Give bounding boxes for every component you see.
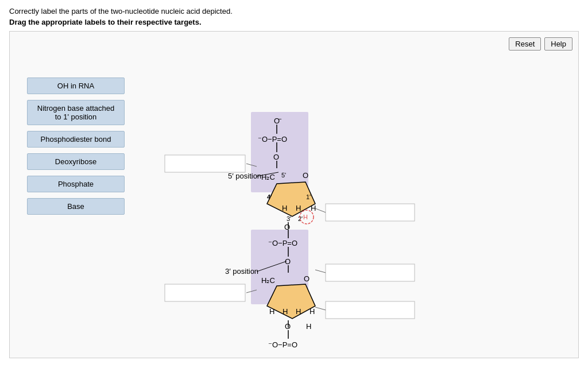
svg-text:O: O xyxy=(303,171,308,180)
svg-text:H: H xyxy=(283,307,288,316)
svg-line-53 xyxy=(315,307,326,310)
svg-rect-45 xyxy=(165,155,245,172)
svg-text:O: O xyxy=(285,322,291,331)
svg-text:H: H xyxy=(306,322,311,331)
label-phosphate[interactable]: Phosphate xyxy=(27,176,125,192)
svg-text:⁻O−P=O: ⁻O−P=O xyxy=(268,239,297,247)
top-buttons: Reset Help xyxy=(509,37,572,51)
instruction-line2: Drag the appropriate labels to their res… xyxy=(9,18,579,26)
svg-text:O: O xyxy=(273,153,279,161)
svg-text:3': 3' xyxy=(287,215,291,222)
svg-text:H: H xyxy=(296,204,301,212)
svg-text:−: − xyxy=(278,116,282,122)
svg-line-52 xyxy=(315,270,326,273)
reset-button[interactable]: Reset xyxy=(509,37,541,51)
svg-text:H: H xyxy=(296,307,301,316)
svg-text:5′ position: 5′ position xyxy=(228,172,261,180)
labels-panel: OH in RNA Nitrogen base attached to 1' p… xyxy=(27,78,125,215)
svg-text:H: H xyxy=(303,214,308,220)
help-button[interactable]: Help xyxy=(544,37,572,51)
label-oh-rna[interactable]: OH in RNA xyxy=(27,78,125,94)
svg-text:3′ position: 3′ position xyxy=(225,267,258,276)
label-base[interactable]: Base xyxy=(27,198,125,215)
activity-box: Reset Help OH in RNA Nitrogen base attac… xyxy=(9,31,579,358)
instructions: Correctly label the parts of the two-nuc… xyxy=(9,7,579,26)
instruction-line1: Correctly label the parts of the two-nuc… xyxy=(9,7,579,16)
svg-line-51 xyxy=(315,208,326,212)
label-phosphodiester[interactable]: Phosphodiester bond xyxy=(27,131,125,148)
svg-rect-47 xyxy=(326,264,415,281)
svg-text:H: H xyxy=(269,307,274,316)
svg-text:H₂C: H₂C xyxy=(261,276,275,285)
svg-text:5': 5' xyxy=(281,172,286,179)
svg-text:⁻O−P=O: ⁻O−P=O xyxy=(268,340,297,349)
diagram-area: O − ⁻O−P=O O 5′ position H₂C 5' xyxy=(136,66,527,365)
svg-text:H: H xyxy=(311,204,316,212)
svg-text:H₂C: H₂C xyxy=(261,173,275,181)
svg-text:1': 1' xyxy=(306,193,311,200)
label-nitrogen-base[interactable]: Nitrogen base attached to 1' position xyxy=(27,100,125,125)
svg-text:H: H xyxy=(282,204,287,212)
svg-text:O: O xyxy=(304,274,310,283)
svg-rect-48 xyxy=(165,284,245,301)
page: Correctly label the parts of the two-nuc… xyxy=(0,0,588,365)
label-deoxyribose[interactable]: Deoxyribose xyxy=(27,153,125,170)
svg-text:O: O xyxy=(285,257,291,266)
svg-text:2': 2' xyxy=(298,215,303,222)
svg-rect-46 xyxy=(326,204,415,221)
svg-text:⁻O−P=O: ⁻O−P=O xyxy=(258,135,287,144)
svg-text:H: H xyxy=(310,307,315,316)
svg-rect-49 xyxy=(326,301,415,319)
svg-text:4': 4' xyxy=(267,193,272,200)
nucleotide-diagram: O − ⁻O−P=O O 5′ position H₂C 5' xyxy=(136,66,527,365)
